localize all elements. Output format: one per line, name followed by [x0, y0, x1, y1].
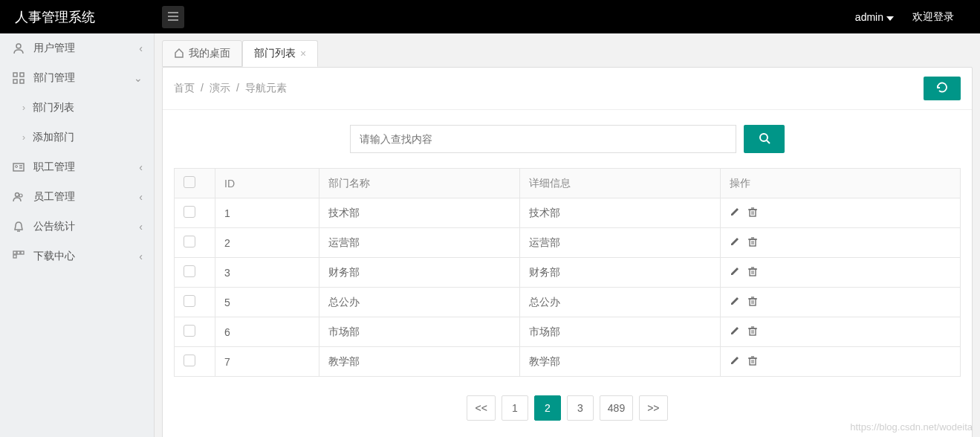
cell-id: 7: [215, 347, 319, 377]
row-checkbox[interactable]: [184, 325, 195, 337]
page-prev-button[interactable]: <<: [467, 395, 495, 421]
svg-line-20: [767, 140, 770, 143]
chevron-down-icon: ⌄: [134, 72, 143, 84]
cell-name: 财务部: [319, 258, 520, 288]
tab-desktop[interactable]: 我的桌面: [162, 40, 242, 67]
search-button[interactable]: [744, 125, 785, 153]
edit-icon[interactable]: [730, 236, 740, 249]
breadcrumb-item[interactable]: 首页: [174, 82, 195, 95]
chevron-right-icon: ›: [22, 103, 25, 113]
sidebar-label: 下载中心: [33, 250, 75, 263]
chevron-right-icon: ›: [22, 132, 25, 143]
refresh-button[interactable]: [924, 77, 961, 100]
page-number-button[interactable]: 1: [502, 395, 528, 421]
tab-dept-list[interactable]: 部门列表 ×: [242, 40, 318, 67]
edit-icon[interactable]: [730, 207, 740, 219]
sidebar-item-user-mgmt[interactable]: 用户管理 ‹: [0, 33, 154, 63]
delete-icon[interactable]: [747, 296, 758, 308]
sidebar-item-announce-stats[interactable]: 公告统计 ‹: [0, 212, 154, 242]
svg-point-13: [19, 194, 22, 197]
row-checkbox[interactable]: [184, 355, 195, 366]
cell-name: 技术部: [319, 198, 520, 228]
close-icon[interactable]: ×: [300, 48, 306, 59]
svg-point-3: [16, 44, 21, 48]
sidebar-item-download-center[interactable]: 下载中心 ‹: [0, 242, 154, 271]
edit-icon[interactable]: [730, 266, 740, 279]
delete-icon[interactable]: [747, 355, 758, 368]
delete-icon[interactable]: [747, 326, 758, 338]
svg-rect-4: [13, 73, 17, 77]
id-card-icon: [11, 160, 26, 175]
cell-info: 总公办: [520, 288, 721, 317]
table-row: 3财务部财务部: [175, 258, 961, 288]
col-header-info: 详细信息: [520, 169, 721, 198]
row-checkbox[interactable]: [184, 265, 195, 277]
pagination: << 123489 >>: [163, 395, 972, 421]
chevron-left-icon: ‹: [139, 42, 143, 54]
delete-icon[interactable]: [747, 266, 758, 279]
svg-rect-0: [168, 12, 178, 13]
bell-icon: [11, 219, 26, 234]
sidebar: 用户管理 ‹ 部门管理 ⌄ › 部门列表 › 添加部门 职工管理 ‹ 员工管理 …: [0, 33, 155, 437]
table-row: 2运营部运营部: [175, 228, 961, 258]
sidebar-label: 用户管理: [33, 42, 75, 55]
page-number-button[interactable]: 3: [567, 395, 594, 421]
table-row: 6市场部市场部: [175, 317, 961, 347]
row-checkbox[interactable]: [184, 206, 195, 218]
sidebar-label: 部门列表: [33, 101, 74, 114]
delete-icon[interactable]: [747, 207, 758, 219]
apps-icon: [11, 249, 26, 264]
sidebar-subitem-dept-list[interactable]: › 部门列表: [0, 93, 154, 123]
page-number-button[interactable]: 489: [600, 395, 633, 421]
svg-rect-46: [750, 358, 756, 365]
svg-point-9: [16, 166, 18, 168]
content: 我的桌面 部门列表 × 首页/ 演示/ 导航元素: [155, 33, 980, 437]
sidebar-item-dept-mgmt[interactable]: 部门管理 ⌄: [0, 63, 154, 93]
sidebar-label: 公告统计: [33, 220, 75, 233]
users-icon: [11, 190, 26, 204]
tab-label: 我的桌面: [189, 47, 230, 60]
chevron-left-icon: ‹: [139, 221, 143, 233]
table-row: 1技术部技术部: [175, 198, 961, 228]
row-checkbox[interactable]: [184, 236, 195, 247]
page-next-button[interactable]: >>: [639, 395, 667, 421]
svg-rect-5: [20, 73, 24, 77]
header: 人事管理系统 admin 欢迎登录: [0, 0, 980, 33]
user-dropdown[interactable]: admin: [855, 11, 894, 23]
page-number-button[interactable]: 2: [534, 395, 561, 421]
cell-id: 5: [215, 288, 319, 317]
svg-point-19: [760, 134, 768, 141]
svg-rect-36: [750, 299, 756, 305]
sidebar-item-employee-mgmt[interactable]: 员工管理 ‹: [0, 182, 154, 212]
row-checkbox[interactable]: [184, 295, 195, 307]
delete-icon[interactable]: [747, 236, 758, 249]
tab-label: 部门列表: [254, 47, 296, 60]
cell-info: 财务部: [520, 258, 721, 288]
search-input[interactable]: [350, 125, 736, 153]
panel: 首页/ 演示/ 导航元素 ID 部门名称 详细信息 操作: [162, 67, 973, 437]
sidebar-item-staff-mgmt[interactable]: 职工管理 ‹: [0, 152, 154, 182]
menu-toggle-button[interactable]: [162, 6, 184, 28]
select-all-checkbox[interactable]: [184, 176, 195, 188]
dept-table: ID 部门名称 详细信息 操作 1技术部技术部2运营部运营部3财务部财务部5总公…: [174, 168, 961, 377]
svg-rect-26: [750, 239, 756, 246]
cell-info: 教学部: [520, 347, 721, 377]
sidebar-label: 添加部门: [33, 131, 74, 144]
app-title: 人事管理系统: [0, 8, 155, 26]
svg-rect-2: [168, 19, 178, 21]
sidebar-subitem-add-dept[interactable]: › 添加部门: [0, 123, 154, 152]
grid-icon: [11, 71, 26, 85]
table-row: 5总公办总公办: [175, 288, 961, 317]
edit-icon[interactable]: [730, 296, 740, 308]
breadcrumb-item[interactable]: 演示: [210, 82, 230, 95]
svg-rect-6: [13, 80, 17, 83]
tabs: 我的桌面 部门列表 ×: [162, 37, 980, 67]
cell-name: 总公办: [319, 288, 520, 317]
svg-point-12: [16, 193, 19, 197]
cell-id: 6: [215, 317, 319, 347]
cell-info: 运营部: [520, 228, 721, 258]
svg-rect-31: [750, 269, 756, 276]
edit-icon[interactable]: [730, 326, 740, 338]
edit-icon[interactable]: [730, 355, 740, 368]
svg-rect-8: [13, 164, 24, 171]
